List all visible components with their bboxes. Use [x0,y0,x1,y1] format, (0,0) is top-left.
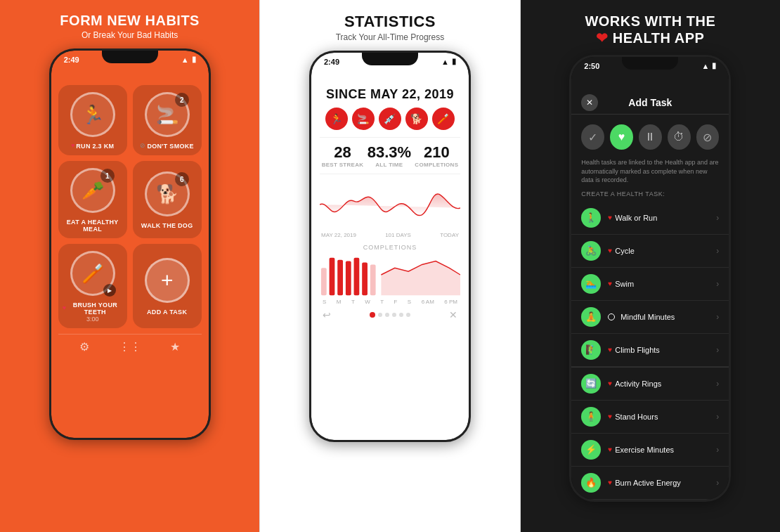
svg-rect-4 [354,258,360,295]
chart-date-mid: 101 DAYS [385,232,411,238]
walk-heart-icon: ♥ [608,214,612,221]
svg-rect-6 [370,264,376,295]
phone1-notch [102,51,158,63]
task-mindful[interactable]: 🧘 Mindful Minutes › [571,301,729,334]
panel2-subtitle: Track Your All-Time Progress [336,32,445,42]
mindful-label: Mindful Minutes [620,313,675,321]
burn-energy-chevron: › [716,478,719,488]
star-tab-icon[interactable]: ★ [170,340,180,353]
task-exercise[interactable]: ⚡ ♥ Exercise Minutes › [571,434,729,467]
habit-meal[interactable]: 🥕 1 EAT A HEALTHY MEAL [58,161,127,238]
exercise-heart-icon: ♥ [608,446,612,453]
smoke-label: DON'T SMOKE [147,143,193,150]
burn-energy-label: Burn Active Energy [615,479,681,487]
bar-chart-area: S M T W T F S 6 AM 6 PM [320,254,460,305]
panel1-subtitle: Or Break Your Bad Habits [60,30,200,40]
panel-statistics: STATISTICS Track Your All-Time Progress … [259,0,520,532]
nav-dot-4[interactable] [392,313,396,317]
swim-label: Swim [615,280,634,288]
exercise-icon: ⚡ [581,440,601,460]
panel3-header: WORKS WITH THE ❤ HEALTH APP [585,13,715,46]
svg-rect-0 [321,268,327,295]
stats-since-label: SINCE MAY 22, 2019 [320,87,460,102]
close-button[interactable]: ✕ [581,94,598,111]
climb-heart-icon: ♥ [608,346,612,353]
habit-smoke[interactable]: 🚬 2 ⊘ DON'T SMOKE [133,85,202,155]
climb-label: Climb Flights [615,346,660,354]
settings-tab-icon[interactable]: ⚙ [79,340,89,353]
create-health-task-label: CREATE A HEALTH TASK: [571,190,729,202]
type-timer[interactable]: ⏱ [668,124,691,150]
stats-icons-row: 🏃 🚬 💉 🐕 🪥 [320,108,460,130]
type-check[interactable]: ✓ [581,124,604,150]
stat-icon-brush: 🪥 [432,108,455,130]
phone2-bottom-nav: ↩ ✕ [320,305,460,320]
panel-habits: FORM NEW HABITS Or Break Your Bad Habits… [0,0,259,532]
habit-run[interactable]: 🏃 ♥ RUN 2.3 KM [58,85,127,155]
battery-icon-3: ▮ [712,61,716,70]
habit-brush[interactable]: 🪥 ▶ ♥ BRUSH YOUR TEETH 3:00 [58,244,127,328]
bar-day-s2: S [408,299,411,305]
close-icon[interactable]: ✕ [449,309,457,320]
phone3-frame: 2:50 ▲ ▮ ✕ Add Task ✓ [569,55,731,502]
mindful-icon: 🧘 [581,307,601,327]
stat-icon-smoke: 🚬 [352,108,375,130]
stand-hours-icon: 🧍 [581,407,601,427]
nav-dot-6[interactable] [406,313,410,317]
nav-dot-2[interactable] [378,313,382,317]
mindful-circle-icon [608,313,615,320]
habit-add[interactable]: + ADD A TASK [133,244,202,328]
brush-time: 3:00 [86,316,99,323]
exercise-label: Exercise Minutes [615,446,674,454]
health-description: Health tasks are linked to the Health ap… [571,158,729,190]
type-cancel[interactable]: ⊘ [696,124,720,150]
stand-heart-icon: ♥ [608,413,612,420]
task-stand-hours[interactable]: 🧍 ♥ Stand Hours › [571,401,729,434]
stat-icon-dog: 🐕 [405,108,428,130]
wifi-icon-2: ▲ [441,58,449,66]
cycle-icon: 🚴 [581,241,601,261]
task-burn-energy[interactable]: 🔥 ♥ Burn Active Energy › [571,467,729,500]
svg-rect-5 [362,263,368,296]
check-icon: ✓ [588,131,597,144]
task-walk-run[interactable]: 🚶 ♥ Walk or Run › [571,202,729,235]
burn-heart-icon: ♥ [608,479,612,486]
brush-heart-icon: ♥ [63,304,66,311]
climb-chevron: › [716,345,719,355]
stat-alltime: 83.3% ALL TIME [368,143,411,168]
walk-run-chevron: › [716,213,719,223]
task-activity-rings[interactable]: 🔄 ♥ Activity Rings › [571,367,729,401]
nav-dots [331,312,449,318]
wifi-icon: ▲ [181,56,189,64]
walk-run-label: Walk or Run [615,214,657,222]
nav-dot-3[interactable] [385,313,389,317]
bar-time-6am: 6 AM [422,299,434,305]
task-cycle[interactable]: 🚴 ♥ Cycle › [571,235,729,268]
health-task-list: 🚶 ♥ Walk or Run › 🚴 ♥ Cycle › [571,202,729,500]
swim-icon: 🏊 [581,274,601,294]
cycle-label: Cycle [615,247,635,255]
phone1-frame: 2:49 ▲ ▮ 🏃 ♥ RUN 2.3 KM [49,48,211,440]
type-pause[interactable]: ⏸ [639,124,662,150]
type-heart[interactable]: ♥ [610,124,633,150]
swim-heart-icon: ♥ [608,280,612,287]
task-swim[interactable]: 🏊 ♥ Swim › [571,268,729,301]
bar-day-m: M [337,299,342,305]
panel-health: WORKS WITH THE ❤ HEALTH APP 2:50 ▲ ▮ ✕ [521,0,780,532]
brush-icon: 🪥 [82,263,104,285]
habit-dog[interactable]: 🐕 6 WALK THE DOG [133,161,202,238]
swim-chevron: › [716,279,719,289]
nav-dot-5[interactable] [399,313,403,317]
back-icon[interactable]: ↩ [323,309,331,320]
completions-label: COMPLETIONS [320,244,460,251]
panel3-title: WORKS WITH THE ❤ HEALTH APP [585,13,715,46]
line-chart-svg [320,180,460,229]
bar-day-f: F [394,299,398,305]
task-climb[interactable]: 🧗 ♥ Climb Flights › [571,334,729,367]
svg-rect-1 [330,258,335,295]
heart-type-icon: ♥ [618,131,625,143]
add-icon: + [161,268,174,292]
nav-dot-1[interactable] [370,312,375,318]
run-icon: 🏃 [82,104,104,126]
grid-tab-icon[interactable]: ⋮⋮ [119,340,141,353]
